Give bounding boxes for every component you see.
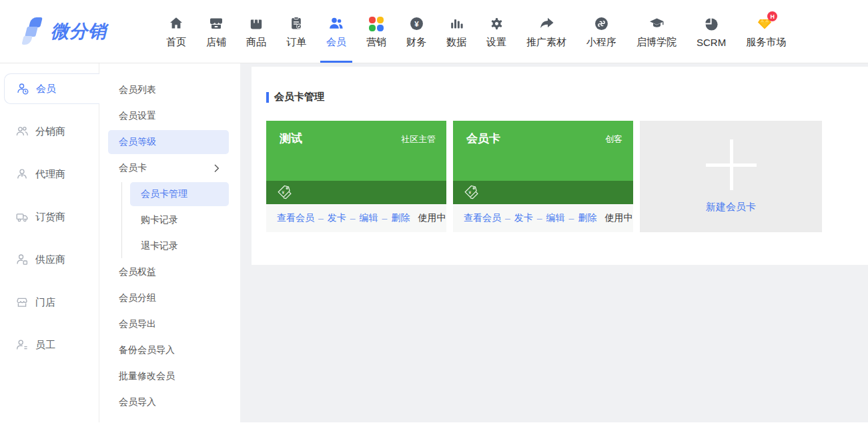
price-tags-icon: ¥ xyxy=(276,183,294,201)
member-card-title: 测试 xyxy=(280,131,302,146)
nav-item-home[interactable]: 首页 xyxy=(156,0,196,63)
issue-card-link[interactable]: 发卡 xyxy=(514,212,533,224)
new-member-card-button[interactable]: 新建会员卡 xyxy=(640,121,822,232)
submenu-label: 批量修改会员 xyxy=(119,370,175,382)
submenu-label: 购卡记录 xyxy=(141,214,178,226)
delete-link[interactable]: 删除 xyxy=(391,212,410,224)
submenu-item-member-import[interactable]: 会员导入 xyxy=(108,390,229,414)
nav-label: 推广素材 xyxy=(526,36,566,49)
sidebar-item-agents[interactable]: 代理商 xyxy=(0,159,99,189)
member-card-header: 会员卡 创客 xyxy=(453,121,633,181)
shop-icon xyxy=(208,14,224,31)
nav-item-data[interactable]: 数据 xyxy=(436,0,476,63)
nav-label: 财务 xyxy=(406,36,426,49)
submenu-item-card-purchase-records[interactable]: 购卡记录 xyxy=(130,208,229,232)
home-icon xyxy=(168,14,184,31)
submenu-item-card-management[interactable]: 会员卡管理 xyxy=(130,182,229,206)
member-card-title: 会员卡 xyxy=(466,131,500,146)
nav-item-members[interactable]: 会员 xyxy=(316,0,356,63)
edit-link[interactable]: 编辑 xyxy=(360,212,378,224)
sidebar-item-order-dealers[interactable]: 订货商 xyxy=(0,201,99,232)
price-tags-icon: ¥ xyxy=(462,183,480,201)
store-front-icon xyxy=(15,296,29,309)
submenu-item-member-groups[interactable]: 会员分组 xyxy=(108,286,229,310)
nav-item-marketing[interactable]: 营销 xyxy=(356,0,396,63)
nav-label: 数据 xyxy=(446,36,466,49)
nav-item-finance[interactable]: ¥ 财务 xyxy=(396,0,436,63)
nav-item-scrm[interactable]: SCRM xyxy=(687,0,736,63)
top-nav: 首页 店铺 商品 订单 会员 xyxy=(156,0,796,63)
nav-item-shop[interactable]: 店铺 xyxy=(196,0,236,63)
submenu-item-member-settings[interactable]: 会员设置 xyxy=(108,104,229,128)
submenu-label: 会员导入 xyxy=(119,396,156,408)
primary-sidebar: 会员 分销商 代理商 订货商 供应商 xyxy=(0,63,99,422)
nav-item-settings[interactable]: 设置 xyxy=(476,0,516,63)
member-card-strip: ¥ xyxy=(266,181,446,204)
nav-item-miniprogram[interactable]: 小程序 xyxy=(576,0,626,63)
content-panel: 会员卡管理 测试 社区主管 ¥ 查看会员 – xyxy=(252,67,868,265)
main-area: 会员卡管理 测试 社区主管 ¥ 查看会员 – xyxy=(240,63,868,422)
sidebar-item-staff[interactable]: 员工 xyxy=(0,330,99,360)
sidebar-item-label: 员工 xyxy=(35,339,55,352)
submenu-item-member-export[interactable]: 会员导出 xyxy=(108,312,229,336)
submenu-item-member-levels[interactable]: 会员等级 xyxy=(108,130,229,154)
submenu-label: 备份会员导入 xyxy=(119,344,175,356)
submenu-label: 会员卡 xyxy=(119,162,147,174)
edit-link[interactable]: 编辑 xyxy=(546,212,565,224)
nav-label: 小程序 xyxy=(586,36,616,49)
sidebar-item-members[interactable]: 会员 xyxy=(4,73,99,104)
nav-item-service-market[interactable]: H 服务市场 xyxy=(736,0,796,63)
staff-person-list-icon xyxy=(15,338,29,352)
view-members-link[interactable]: 查看会员 xyxy=(277,212,314,224)
submenu-item-member-list[interactable]: 会员列表 xyxy=(108,78,229,102)
sidebar-item-label: 会员 xyxy=(36,83,56,95)
dealer-truck-icon xyxy=(15,210,29,224)
delete-link[interactable]: 删除 xyxy=(578,212,596,224)
nav-item-orders[interactable]: 订单 xyxy=(276,0,316,63)
submenu-item-member-cards[interactable]: 会员卡 xyxy=(108,156,229,180)
plus-icon xyxy=(706,139,757,190)
svg-text:¥: ¥ xyxy=(414,20,419,28)
nav-item-promo[interactable]: 推广素材 xyxy=(516,0,576,63)
link-separator: – xyxy=(505,213,510,224)
submenu-item-batch-edit-members[interactable]: 批量修改会员 xyxy=(108,364,229,388)
submenu-item-member-benefits[interactable]: 会员权益 xyxy=(108,260,229,284)
section-header: 会员卡管理 xyxy=(266,91,868,103)
member-card-level-badge: 创客 xyxy=(605,133,622,145)
nav-label: 营销 xyxy=(366,36,386,49)
nav-label: 首页 xyxy=(166,36,186,49)
sidebar-item-stores[interactable]: 门店 xyxy=(0,287,99,318)
chevron-right-icon xyxy=(214,164,220,173)
submenu-label: 会员权益 xyxy=(119,266,156,278)
logo-text: 微分销 xyxy=(51,19,107,43)
accent-bar xyxy=(266,92,269,103)
submenu-item-card-refund-records[interactable]: 退卡记录 xyxy=(130,234,229,258)
new-member-card-label: 新建会员卡 xyxy=(706,201,756,214)
submenu-label: 会员卡管理 xyxy=(141,188,187,200)
member-card-list: 测试 社区主管 ¥ 查看会员 – 发卡 – 编辑 – xyxy=(266,121,868,232)
nav-label: 服务市场 xyxy=(746,36,786,49)
status-text: 使用中 xyxy=(604,212,632,224)
member-card-level-badge: 社区主管 xyxy=(401,133,436,145)
submenu-item-backup-member-import[interactable]: 备份会员导入 xyxy=(108,338,229,362)
member-card-footer: 查看会员 – 发卡 – 编辑 – 删除 使用中 xyxy=(453,204,633,232)
promo-share-arrow-icon xyxy=(538,14,555,31)
submenu-label: 会员设置 xyxy=(119,110,156,122)
sidebar-item-distributors[interactable]: 分销商 xyxy=(0,116,99,147)
sidebar-item-suppliers[interactable]: 供应商 xyxy=(0,244,99,275)
app-logo[interactable]: 微分销 xyxy=(20,0,151,63)
nav-label: 启博学院 xyxy=(636,36,677,49)
member-card-footer: 查看会员 – 发卡 – 编辑 – 删除 使用中 xyxy=(266,204,446,232)
data-bars-icon xyxy=(448,14,464,31)
finance-yuan-icon: ¥ xyxy=(409,14,424,31)
issue-card-link[interactable]: 发卡 xyxy=(328,212,346,224)
link-separator: – xyxy=(382,213,388,224)
nav-item-goods[interactable]: 商品 xyxy=(236,0,276,63)
sidebar-item-label: 代理商 xyxy=(35,168,65,181)
submenu-label: 会员列表 xyxy=(119,84,156,96)
nav-item-academy[interactable]: 启博学院 xyxy=(626,0,687,63)
view-members-link[interactable]: 查看会员 xyxy=(464,212,501,224)
nav-label: 店铺 xyxy=(206,36,226,49)
submenu-label: 退卡记录 xyxy=(141,240,178,252)
member-person-icon xyxy=(16,82,29,95)
